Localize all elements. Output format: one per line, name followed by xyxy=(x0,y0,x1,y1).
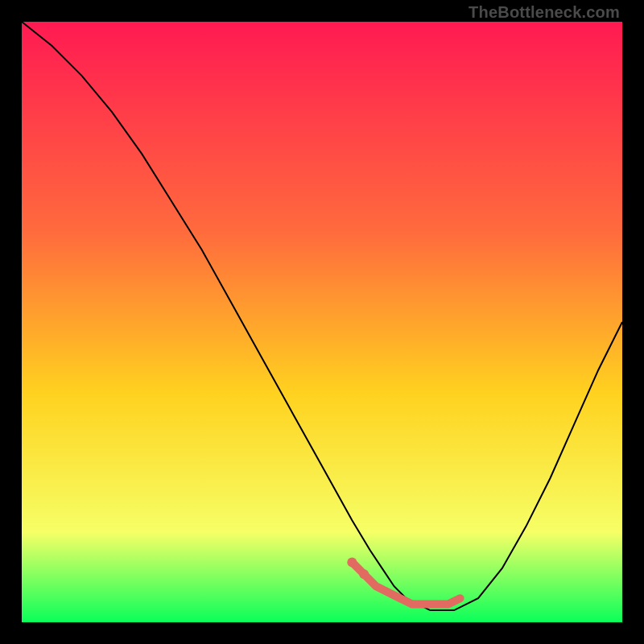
attribution-label: TheBottleneck.com xyxy=(469,3,620,22)
plot-area xyxy=(22,22,622,622)
chart-svg xyxy=(22,22,622,622)
optimum-marker-dot xyxy=(347,557,357,567)
chart-container: TheBottleneck.com xyxy=(0,0,644,644)
optimum-marker-dot xyxy=(359,569,369,579)
